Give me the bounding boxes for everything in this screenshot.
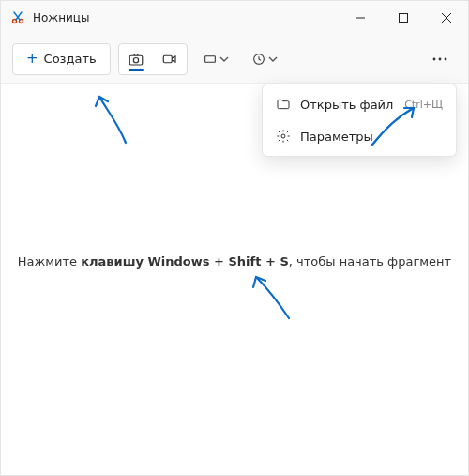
toolbar: + Создать [1, 35, 468, 84]
new-button[interactable]: + Создать [12, 43, 111, 75]
app-window: Ножницы + Создать [0, 0, 469, 476]
menu-item-settings[interactable]: Параметры [266, 120, 452, 152]
hint-text: Нажмите клавишу Windows + Shift + S, что… [1, 254, 468, 269]
video-mode-button[interactable] [153, 44, 187, 74]
shape-dropdown[interactable] [195, 43, 236, 75]
app-title: Ножницы [33, 11, 89, 24]
svg-point-14 [439, 57, 442, 60]
app-icon [10, 10, 25, 25]
minimize-button[interactable] [339, 1, 382, 35]
photo-mode-button[interactable] [119, 44, 153, 74]
svg-rect-8 [129, 55, 143, 65]
gear-icon [276, 129, 291, 144]
rectangle-icon [203, 52, 218, 67]
svg-point-13 [433, 57, 436, 60]
chevron-down-icon [268, 54, 278, 64]
annotation-arrow [90, 91, 137, 147]
hint-keys: клавишу Windows + Shift + S [81, 254, 289, 269]
hint-suffix: , чтобы начать фрагмент [289, 254, 451, 269]
maximize-button[interactable] [382, 1, 425, 35]
close-button[interactable] [425, 1, 468, 35]
clock-icon [251, 52, 266, 67]
plus-icon: + [26, 52, 38, 66]
mode-group [118, 43, 188, 75]
svg-point-16 [281, 134, 285, 138]
menu-item-label: Параметры [300, 130, 373, 144]
more-menu: Открыть файл Ctrl+Щ Параметры [262, 84, 457, 157]
svg-rect-10 [163, 55, 172, 63]
more-icon [432, 57, 447, 61]
svg-point-9 [133, 57, 138, 62]
delay-dropdown[interactable] [244, 43, 285, 75]
camera-icon [128, 51, 144, 68]
content-area: Открыть файл Ctrl+Щ Параметры Нажмите кл… [1, 84, 468, 475]
annotation-arrow [247, 271, 298, 323]
menu-item-open-file[interactable]: Открыть файл Ctrl+Щ [266, 88, 452, 120]
window-controls [339, 1, 468, 35]
hint-prefix: Нажмите [18, 254, 81, 269]
new-button-label: Создать [44, 52, 97, 66]
chevron-down-icon [219, 54, 229, 64]
svg-rect-5 [400, 14, 408, 23]
video-icon [161, 51, 178, 68]
titlebar: Ножницы [1, 1, 468, 35]
svg-point-15 [445, 57, 447, 60]
menu-item-shortcut: Ctrl+Щ [404, 99, 443, 111]
more-button[interactable] [423, 43, 457, 75]
folder-icon [276, 97, 291, 112]
menu-item-label: Открыть файл [300, 98, 393, 112]
svg-rect-11 [204, 55, 215, 62]
